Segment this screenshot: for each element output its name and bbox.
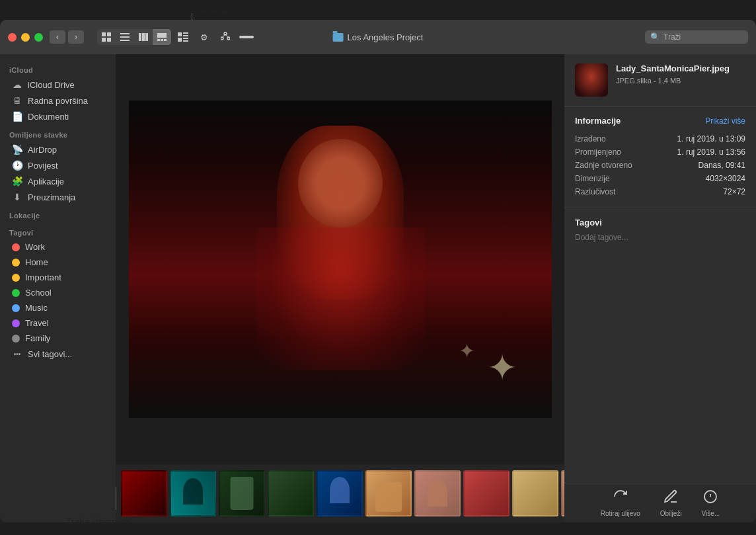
add-tags-placeholder[interactable]: Dodaj tagove...	[575, 233, 745, 242]
list-view-button[interactable]	[116, 29, 134, 45]
sidebar-item-school[interactable]: School	[3, 285, 113, 300]
icon-view-button[interactable]	[97, 29, 116, 45]
column-view-button[interactable]	[134, 29, 153, 45]
svg-rect-15	[183, 32, 188, 34]
favorites-section-title: Omiljene stavke	[0, 124, 116, 142]
thumbnail-9[interactable]	[512, 470, 558, 516]
sidebar-item-documents[interactable]: 📄 Dokumenti	[3, 108, 113, 124]
back-button[interactable]: ‹	[50, 30, 65, 44]
documents-label: Dokumenti	[28, 112, 69, 122]
svg-rect-16	[183, 35, 188, 36]
gallery-view-callout: Prikaz Galerije	[169, 5, 229, 16]
school-tag-dot	[12, 289, 20, 297]
markup-action[interactable]: Obilježi	[660, 489, 682, 517]
svg-rect-1	[107, 32, 111, 36]
close-button[interactable]	[8, 33, 17, 42]
photo-content: ✦ ✦	[129, 101, 552, 418]
svg-rect-3	[107, 38, 111, 42]
thumbnail-7[interactable]	[414, 470, 461, 516]
work-tag-dot	[12, 243, 20, 251]
maximize-button[interactable]	[34, 33, 43, 42]
thumbnail-1[interactable]	[121, 470, 167, 516]
markup-label: Obilježi	[660, 510, 682, 517]
center-area: ✦ ✦	[116, 54, 564, 522]
documents-icon: 📄	[12, 111, 22, 122]
svg-rect-13	[164, 39, 167, 41]
thumbnail-6[interactable]	[365, 470, 412, 516]
airdrop-label: AirDrop	[28, 145, 57, 155]
sidebar-item-travel[interactable]: Travel	[3, 315, 113, 331]
sidebar-item-apps[interactable]: 🧩 Aplikacije	[3, 173, 113, 189]
locations-section-title: Lokacije	[0, 205, 116, 222]
search-bar[interactable]: 🔍	[645, 30, 748, 44]
rotate-action[interactable]: Rotiraj ulijevo	[601, 489, 640, 517]
minimize-button[interactable]	[21, 33, 30, 42]
head-shape	[298, 139, 383, 227]
thumbnail-4[interactable]	[268, 470, 314, 516]
important-tag-dot	[12, 274, 20, 282]
group-view-button[interactable]	[174, 29, 192, 45]
all-tags-label: Svi tagovi...	[28, 349, 72, 359]
settings-button[interactable]: ⚙	[195, 29, 213, 45]
more-icon	[702, 489, 718, 508]
sidebar-item-home[interactable]: Home	[3, 255, 113, 270]
main-image: ✦ ✦	[129, 101, 552, 418]
file-size: 1,4 MB	[658, 77, 681, 85]
forward-button[interactable]: ›	[68, 30, 84, 44]
work-label: Work	[25, 242, 45, 252]
opened-label: Zadnje otvoreno	[575, 161, 632, 170]
sidebar-item-history[interactable]: 🕐 Povijest	[3, 157, 113, 173]
main-content: iCloud ☁ iCloud Drive 🖥 Radna površina 📄…	[0, 54, 756, 522]
rotate-label: Rotiraj ulijevo	[601, 510, 640, 517]
nav-buttons: ‹ ›	[50, 30, 84, 44]
search-input[interactable]	[663, 32, 743, 42]
sidebar-item-family[interactable]: Family	[3, 331, 113, 346]
gallery-view-button[interactable]	[153, 29, 171, 45]
info-section: Informacije Prikaži više Izrađeno 1. ruj…	[564, 106, 756, 208]
info-row-resolution: Razlučivost 72×72	[575, 185, 745, 198]
sidebar-item-airdrop[interactable]: 📡 AirDrop	[3, 142, 113, 157]
more-action[interactable]: Više...	[702, 489, 720, 517]
sidebar-item-music[interactable]: Music	[3, 300, 113, 315]
share-button[interactable]	[216, 29, 235, 45]
airdrop-icon: 📡	[12, 144, 22, 155]
thumbnail-5[interactable]	[317, 470, 363, 516]
thumbnail-strip	[116, 464, 564, 522]
svg-rect-8	[142, 33, 145, 41]
sidebar-item-desktop[interactable]: 🖥 Radna površina	[3, 93, 113, 108]
sidebar-item-all-tags[interactable]: ••• Svi tagovi...	[3, 346, 113, 362]
menubar-callout-line	[116, 487, 116, 510]
sidebar-item-downloads[interactable]: ⬇ Preuzimanja	[3, 189, 113, 205]
search-icon: 🔍	[650, 32, 660, 42]
info-header: Informacije Prikaži više	[575, 116, 745, 126]
family-label: Family	[25, 333, 50, 343]
opened-value: Danas, 09:41	[699, 161, 745, 170]
tags-section: Tagovi Dodaj tagove...	[564, 208, 756, 251]
file-thumbnail	[575, 63, 608, 97]
modified-label: Promijenjeno	[575, 147, 621, 157]
menu-bar-callout: Traka izbornika	[66, 516, 129, 527]
sidebar: iCloud ☁ iCloud Drive 🖥 Radna površina 📄…	[0, 54, 116, 522]
info-row-dimensions: Dimenzije 4032×3024	[575, 172, 745, 185]
desktop-label: Radna površina	[28, 96, 88, 106]
finder-window: ‹ › ⚙	[0, 20, 756, 522]
star-decoration: ✦	[487, 350, 517, 386]
tags-section-title: Tagovi	[0, 222, 116, 239]
music-tag-dot	[12, 304, 20, 312]
important-label: Important	[25, 272, 61, 282]
thumbnail-3[interactable]	[219, 470, 265, 516]
thumbnail-2[interactable]	[170, 470, 216, 516]
svg-rect-18	[183, 38, 188, 39]
apps-icon: 🧩	[12, 176, 22, 186]
show-more-link[interactable]: Prikaži više	[705, 116, 745, 126]
titlebar: ‹ › ⚙	[0, 20, 756, 54]
thumbnail-8[interactable]	[463, 470, 510, 516]
sidebar-item-work[interactable]: Work	[3, 239, 113, 255]
file-header: Lady_SantaMonicaPier.jpeg JPEG slika - 1…	[564, 54, 756, 106]
travel-label: Travel	[25, 318, 49, 328]
sidebar-item-icloud-drive[interactable]: ☁ iCloud Drive	[3, 77, 113, 93]
music-label: Music	[25, 303, 48, 313]
sidebar-item-important[interactable]: Important	[3, 270, 113, 285]
dimensions-value: 4032×3024	[706, 174, 745, 183]
tags-button[interactable]	[237, 29, 256, 45]
